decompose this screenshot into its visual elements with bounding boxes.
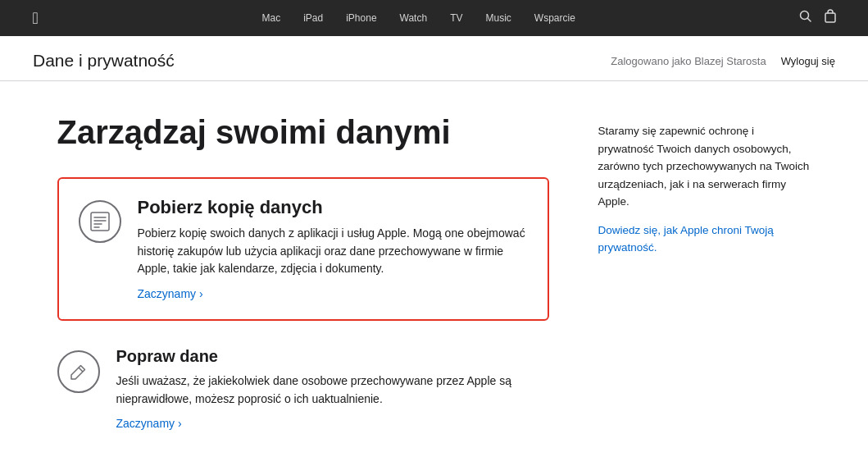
svg-line-1 — [807, 19, 811, 22]
search-icon[interactable] — [799, 10, 811, 26]
nav-link-music[interactable]: Music — [474, 12, 522, 24]
correct-data-body: Popraw dane Jeśli uważasz, że jakiekolwi… — [116, 347, 549, 431]
correct-data-link[interactable]: Zaczynamy › — [116, 417, 182, 430]
header-right: Zalogowano jako Blazej Starosta Wyloguj … — [611, 55, 835, 67]
download-data-description: Pobierz kopię swoich danych z aplikacji … — [138, 225, 528, 278]
privacy-link[interactable]: Dowiedz się, jak Apple chroni Twoją pryw… — [598, 222, 811, 257]
download-data-title: Pobierz kopię danych — [138, 197, 528, 218]
svg-rect-2 — [825, 13, 835, 22]
nav-link-ipad[interactable]: iPad — [292, 12, 334, 24]
nav-link-mac[interactable]: Mac — [250, 12, 292, 24]
apple-logo[interactable]:  — [33, 9, 39, 28]
main-content: Zarządzaj swoimi danymi Pobierz kopię da… — [25, 81, 844, 457]
nav-link-iphone[interactable]: iPhone — [334, 12, 388, 24]
sidebar-description: Staramy się zapewnić ochronę i prywatnoś… — [598, 122, 811, 211]
correct-data-description: Jeśli uważasz, że jakiekolwiek dane osob… — [116, 372, 549, 408]
logout-button[interactable]: Wyloguj się — [781, 55, 835, 67]
correct-data-title: Popraw dane — [116, 347, 549, 366]
logged-in-text: Zalogowano jako Blazej Starosta — [611, 55, 766, 67]
correct-data-icon — [57, 350, 100, 393]
download-data-icon — [79, 200, 121, 243]
nav-actions — [799, 9, 836, 27]
bag-icon[interactable] — [825, 9, 836, 27]
right-column: Staramy się zapewnić ochronę i prywatnoś… — [598, 114, 811, 454]
download-data-link[interactable]: Zaczynamy › — [138, 287, 203, 300]
nav-link-tv[interactable]: TV — [439, 12, 474, 24]
correct-data-section: Popraw dane Jeśli uważasz, że jakiekolwi… — [57, 347, 549, 431]
header-bar: Dane i prywatność Zalogowano jako Blazej… — [0, 36, 868, 81]
nav-link-watch[interactable]: Watch — [389, 12, 439, 24]
nav-links: Mac iPad iPhone Watch TV Music Wsparcie — [39, 12, 799, 24]
download-data-card[interactable]: Pobierz kopię danych Pobierz kopię swoic… — [57, 177, 549, 321]
nav-link-wsparcie[interactable]: Wsparcie — [523, 12, 587, 24]
main-heading: Zarządzaj swoimi danymi — [57, 114, 549, 151]
svg-line-8 — [79, 368, 83, 372]
navigation:  Mac iPad iPhone Watch TV Music Wsparci… — [0, 0, 868, 36]
svg-rect-3 — [91, 213, 109, 231]
left-column: Zarządzaj swoimi danymi Pobierz kopię da… — [57, 114, 549, 454]
page-title: Dane i prywatność — [33, 51, 175, 71]
download-data-body: Pobierz kopię danych Pobierz kopię swoic… — [138, 197, 528, 301]
